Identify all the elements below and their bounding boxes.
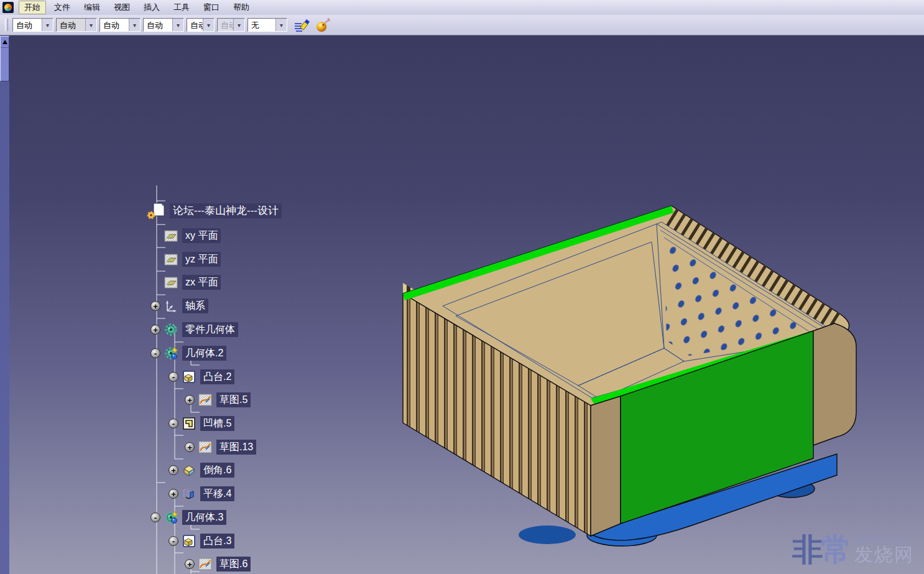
tree-item-sketch6[interactable]: + 草图.6 xyxy=(185,556,251,572)
combo-value: 无 xyxy=(248,19,275,31)
opacity-combo[interactable]: 自动 ▾ xyxy=(56,18,97,32)
material-sphere-icon[interactable] xyxy=(315,17,332,33)
scroll-up-icon[interactable] xyxy=(2,40,7,44)
tree-item-label[interactable]: 零件几何体 xyxy=(182,322,238,337)
menu-view[interactable]: 视图 xyxy=(108,1,136,14)
tree-item-sketch13[interactable]: + 草图.13 xyxy=(185,439,256,455)
tree-item-chamfer6[interactable]: + 倒角.6 xyxy=(169,462,234,478)
tree-item-label[interactable]: zx 平面 xyxy=(182,275,221,290)
tree-item-axis-system[interactable]: + 轴系 xyxy=(150,298,208,314)
watermark-domain: HIFI168.com xyxy=(854,535,914,545)
tree-item-label[interactable]: 平移.4 xyxy=(200,486,234,501)
3d-viewport[interactable]: 论坛---泰山神龙---设计 xy 平面 yz 平面 zx 平面 + 轴系 + xyxy=(0,35,924,574)
tree-expander[interactable]: + xyxy=(150,301,160,311)
tree-item-sketch5[interactable]: + 草图.5 xyxy=(185,392,251,408)
layer-combo[interactable]: 无 ▾ xyxy=(247,18,287,32)
tree-item-label[interactable]: 几何体.2 xyxy=(182,346,226,361)
menu-bar: 开始 文件 编辑 视图 插入 工具 窗口 帮助 xyxy=(0,0,924,16)
tree-item-label[interactable]: 凹槽.5 xyxy=(200,416,234,431)
tree-item-zx-plane[interactable]: zx 平面 xyxy=(164,274,221,290)
translate-icon xyxy=(182,487,196,501)
body-icon xyxy=(164,511,178,524)
watermark-logo: 非常 xyxy=(792,534,849,565)
app-logo-icon[interactable] xyxy=(2,2,14,13)
tree-item-yz-plane[interactable]: yz 平面 xyxy=(164,251,221,267)
tree-item-pad3[interactable]: - 凸台.3 xyxy=(169,533,234,549)
chevron-down-icon[interactable]: ▾ xyxy=(85,19,96,31)
tree-item-pocket5[interactable]: - 凹槽.5 xyxy=(169,415,234,432)
tree-item-label[interactable]: 凸台.3 xyxy=(200,534,234,549)
paintbrush-icon[interactable] xyxy=(293,17,311,33)
menu-file[interactable]: 文件 xyxy=(49,1,76,14)
pad-icon xyxy=(182,534,196,548)
tree-item-label[interactable]: 凸台.2 xyxy=(200,369,234,384)
thickness-combo[interactable]: 自动 ▾ xyxy=(143,18,184,32)
sketch-icon xyxy=(198,440,212,454)
axis-system-icon xyxy=(164,299,178,313)
point-symbol-combo[interactable]: 自动 ▾ xyxy=(187,18,215,32)
tree-item-partbody[interactable]: + 零件几何体 xyxy=(150,322,238,338)
catia-window: 开始 文件 编辑 视图 插入 工具 窗口 帮助 自动 ▾ 自动 ▾ 自动 ▾ 自… xyxy=(0,0,924,574)
combo-value: 自动 xyxy=(144,19,172,31)
pad-icon xyxy=(182,370,196,384)
chevron-down-icon[interactable]: ▾ xyxy=(42,19,53,31)
tree-item-pad2[interactable]: - 凸台.2 xyxy=(169,369,234,385)
render-style-combo: 自动 ▾ xyxy=(217,18,245,32)
pocket-icon xyxy=(182,417,196,430)
left-scrollbar[interactable] xyxy=(0,35,9,574)
plane-icon xyxy=(164,252,178,266)
tree-expander[interactable]: - xyxy=(150,512,160,522)
tree-item-label[interactable]: 草图.5 xyxy=(216,392,251,407)
tree-expander[interactable]: + xyxy=(169,465,178,475)
color-combo[interactable]: 自动 ▾ xyxy=(12,18,53,32)
menu-help[interactable]: 帮助 xyxy=(228,1,255,14)
tree-expander[interactable]: - xyxy=(150,348,160,358)
tree-item-label[interactable]: xy 平面 xyxy=(182,228,221,243)
tree-expander[interactable]: + xyxy=(185,559,195,569)
tree-item-label[interactable]: 倒角.6 xyxy=(200,463,234,478)
tree-expander[interactable]: + xyxy=(185,395,195,405)
menu-edit[interactable]: 编辑 xyxy=(78,1,106,14)
tree-item-root[interactable]: 论坛---泰山神龙---设计 xyxy=(147,203,282,219)
combo-value: 自动 xyxy=(57,19,85,31)
toolbar-grip[interactable] xyxy=(5,19,8,31)
tree-item-label[interactable]: 论坛---泰山神龙---设计 xyxy=(170,203,282,218)
tree-expander[interactable]: - xyxy=(169,419,178,428)
scrollbar-thumb[interactable] xyxy=(0,36,9,81)
chevron-down-icon[interactable]: ▾ xyxy=(203,19,214,31)
chevron-down-icon: ▾ xyxy=(233,19,244,31)
tree-item-label[interactable]: yz 平面 xyxy=(182,252,221,267)
menu-window[interactable]: 窗口 xyxy=(198,1,225,14)
tree-expander[interactable]: + xyxy=(150,325,160,335)
tree-item-label[interactable]: 轴系 xyxy=(182,299,208,313)
tree-item-translate4[interactable]: + 平移.4 xyxy=(169,486,234,502)
part-document-icon xyxy=(147,203,165,219)
chevron-down-icon[interactable]: ▾ xyxy=(172,19,183,31)
tree-item-xy-plane[interactable]: xy 平面 xyxy=(164,228,221,244)
plane-icon xyxy=(164,275,178,289)
body-icon xyxy=(164,346,178,360)
menu-tools[interactable]: 工具 xyxy=(168,1,195,14)
tree-expander[interactable]: - xyxy=(169,372,178,382)
tree-item-label[interactable]: 草图.6 xyxy=(216,557,251,572)
sketch-icon xyxy=(198,393,212,407)
menu-start[interactable]: 开始 xyxy=(19,1,46,14)
tree-item-body3[interactable]: - 几何体.3 xyxy=(150,509,226,525)
combo-value: 自动 xyxy=(13,19,42,31)
combo-value: 自动 xyxy=(187,19,203,31)
chevron-down-icon[interactable]: ▾ xyxy=(275,19,287,31)
tree-expander[interactable]: - xyxy=(169,536,178,546)
tree-item-label[interactable]: 草图.13 xyxy=(216,440,256,455)
tree-expander[interactable]: + xyxy=(169,489,178,499)
chamfer-icon xyxy=(182,463,196,477)
linetype-combo[interactable]: 自动 ▾ xyxy=(99,18,141,32)
tree-item-label[interactable]: 几何体.3 xyxy=(182,510,226,525)
menu-insert[interactable]: 插入 xyxy=(138,1,165,14)
specification-tree: 论坛---泰山神龙---设计 xy 平面 yz 平面 zx 平面 + 轴系 + xyxy=(0,35,924,574)
partbody-icon xyxy=(164,323,178,336)
sketch-icon xyxy=(198,557,212,571)
chevron-down-icon[interactable]: ▾ xyxy=(129,19,140,31)
combo-value: 自动 xyxy=(218,19,233,31)
tree-expander[interactable]: + xyxy=(185,442,195,452)
tree-item-body2[interactable]: - 几何体.2 xyxy=(150,345,226,361)
